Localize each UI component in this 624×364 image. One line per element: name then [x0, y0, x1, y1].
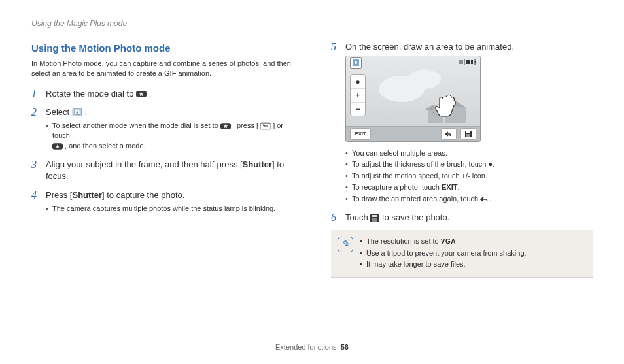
step-5-sub: To adjust the thickness of the brush, to… — [345, 159, 514, 169]
vga-label: VGA — [441, 238, 456, 245]
save-button-icon — [460, 128, 476, 140]
battery-icon — [459, 57, 476, 69]
motion-photo-mode-icon — [72, 108, 82, 116]
brush-dot-icon: ● — [351, 75, 365, 89]
undo-arrow-icon — [480, 196, 489, 203]
note-box: ✎ The resolution is set to VGA. Use a tr… — [331, 230, 593, 278]
step-2-sub: To select another mode when the mode dia… — [46, 121, 293, 151]
step-number: 1 — [31, 88, 39, 100]
intro-text: In Motion Photo mode, you can capture an… — [31, 59, 293, 79]
save-disk-icon — [370, 214, 379, 222]
note-item: It may take longer to save files. — [360, 259, 586, 269]
svg-rect-13 — [466, 60, 468, 64]
note-item: The resolution is set to VGA. — [360, 237, 586, 246]
step-1: 1 Rotate the mode dial to . — [31, 88, 293, 100]
note-icon: ✎ — [338, 237, 353, 252]
shutter-label: Shutter — [72, 190, 102, 200]
exit-text: EXIT — [442, 183, 457, 191]
step-number: 6 — [331, 212, 339, 223]
undo-button-icon — [441, 128, 457, 140]
mode-dial-star-icon — [52, 142, 63, 150]
svg-rect-16 — [475, 61, 476, 63]
exit-button: EXIT — [350, 128, 371, 140]
running-header: Using the Magic Plus mode — [31, 18, 593, 29]
svg-rect-23 — [372, 218, 377, 222]
right-column: 5 On the screen, draw an area to be anim… — [331, 41, 593, 278]
svg-point-11 — [355, 61, 357, 64]
step-1-text: Rotate the mode dial to — [46, 89, 136, 99]
step-6: 6 Touch to save the photo. — [331, 212, 593, 223]
page-number: 56 — [341, 343, 349, 351]
footer-section: Extended functions — [275, 343, 337, 351]
step-2: 2 Select . To select another mode when t… — [31, 107, 293, 152]
step-2-text: Select — [46, 107, 72, 117]
svg-rect-22 — [372, 215, 377, 217]
note-item: Use a tripod to prevent your camera from… — [360, 248, 586, 258]
step-number: 2 — [31, 107, 39, 152]
shutter-label: Shutter — [243, 159, 273, 169]
svg-rect-19 — [466, 131, 470, 133]
svg-rect-15 — [471, 60, 473, 64]
step-5-sub: To recapture a photo, touch EXIT. — [345, 182, 514, 192]
mode-dial-star-icon — [220, 122, 231, 130]
camera-screenshot: ● + − EXIT — [345, 56, 481, 142]
minus-icon: − — [351, 103, 365, 116]
brush-controls: ● + − — [350, 74, 366, 116]
mode-dial-star-icon — [136, 90, 147, 98]
mode-indicator-icon — [350, 57, 362, 69]
page-footer: Extended functions 56 — [0, 342, 624, 352]
section-heading: Using the Motion Photo mode — [31, 41, 293, 55]
draw-gesture-icon — [430, 90, 459, 122]
step-4: 4 Press [Shutter] to capture the photo. … — [31, 190, 293, 216]
step-4-sub: The camera captures multiple photos whil… — [46, 204, 275, 214]
step-number: 4 — [31, 190, 39, 216]
step-number: 3 — [31, 159, 39, 182]
step-5-text: On the screen, draw an area to be animat… — [345, 41, 514, 53]
step-number: 5 — [331, 41, 339, 205]
step-5: 5 On the screen, draw an area to be anim… — [331, 41, 593, 205]
left-column: Using the Motion Photo mode In Motion Ph… — [31, 41, 293, 278]
svg-rect-14 — [468, 60, 470, 64]
step-3: 3 Align your subject in the frame, and t… — [31, 159, 293, 182]
svg-point-4 — [76, 112, 78, 114]
back-button-icon — [260, 122, 271, 130]
step-5-sub: To adjust the motion speed, touch +/- ic… — [345, 171, 514, 181]
plus-icon: + — [351, 89, 365, 103]
step-5-sub: You can select multiple areas. — [345, 148, 514, 158]
step-5-sub: To draw the animated area again, touch . — [345, 194, 514, 204]
svg-rect-20 — [466, 134, 470, 137]
